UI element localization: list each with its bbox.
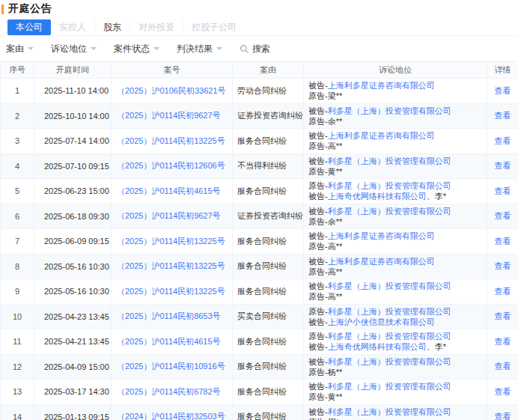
case-number-link[interactable]: （2025）沪0114民初6782号 xyxy=(117,387,221,396)
filter-label: 案由 xyxy=(6,43,24,55)
tab-对外投资[interactable]: 对外投资 xyxy=(130,19,183,35)
case-number-cell: （2025）沪0114民初4615号 xyxy=(112,179,233,204)
party-role: 被告- xyxy=(308,257,328,266)
case-cause-cell: 证券投资咨询纠纷 xyxy=(233,103,304,129)
party-line: 原告-周* xyxy=(308,417,484,420)
party-name[interactable]: 上海利多星证券咨询有限公司 xyxy=(328,131,435,140)
case-number-link[interactable]: （2025）沪0114民初13225号 xyxy=(117,136,225,145)
view-detail-link[interactable]: 查看 xyxy=(495,261,511,270)
litigation-parties-cell: 被告-利多星（上海）投资管理有限公司原告-黄** xyxy=(304,153,487,179)
party-role: 原告- xyxy=(308,167,328,176)
view-detail-link[interactable]: 查看 xyxy=(495,287,511,296)
tab-本公司[interactable]: 本公司 xyxy=(7,19,51,35)
party-name[interactable]: 利多星（上海）投资管理有限公司 xyxy=(328,106,451,115)
case-number-link[interactable]: （2025）沪0114民初12606号 xyxy=(117,161,225,170)
case-number-link[interactable]: （2025）沪0114民初13225号 xyxy=(117,287,225,296)
row-index-cell: 5 xyxy=(1,179,34,204)
case-number-cell: （2024）沪0114民初32503号 xyxy=(112,404,233,420)
row-index-cell: 8 xyxy=(1,254,34,279)
chevron-down-icon xyxy=(153,47,159,53)
party-line: 被告-上海利多星证券咨询有限公司 xyxy=(308,231,484,241)
search-button[interactable]: 搜索 xyxy=(240,43,270,55)
row-index-cell: 11 xyxy=(1,329,34,355)
party-name[interactable]: 利多星（上海）投资管理有限公司 xyxy=(328,382,451,391)
party-name[interactable]: 上海沪小侠信息技术有限公司 xyxy=(328,317,435,326)
view-detail-link[interactable]: 查看 xyxy=(495,86,511,95)
column-header: 诉讼地位 xyxy=(304,62,487,79)
party-name[interactable]: 上海奇优网络科技有限公司 xyxy=(328,192,427,201)
party-name[interactable]: 上海奇优网络科技有限公司 xyxy=(328,342,427,351)
party-name[interactable]: 利多星（上海）投资管理有限公司 xyxy=(328,357,451,366)
filter-label: 判决结果 xyxy=(177,43,213,55)
filter-dropdown-案由[interactable]: 案由 xyxy=(6,43,34,55)
party-role: 原告- xyxy=(308,217,328,226)
case-number-link[interactable]: （2025）沪0114民初9627号 xyxy=(117,211,221,220)
party-role: 被告- xyxy=(308,342,328,351)
view-detail-link[interactable]: 查看 xyxy=(495,337,511,346)
view-detail-link[interactable]: 查看 xyxy=(495,161,511,170)
party-name[interactable]: 利多星（上海）投资管理有限公司 xyxy=(328,407,451,416)
column-header: 案号 xyxy=(112,62,233,79)
party-line: 被告-上海利多星证券咨询有限公司 xyxy=(308,80,484,91)
view-detail-link[interactable]: 查看 xyxy=(495,412,511,420)
party-name[interactable]: 利多星（上海）投资管理有限公司 xyxy=(328,332,451,341)
page-title: 开庭公告 xyxy=(8,2,52,16)
case-number-link[interactable]: （2025）沪0106民初33621号 xyxy=(117,86,226,95)
view-detail-link[interactable]: 查看 xyxy=(495,362,511,371)
page-header: 开庭公告 xyxy=(0,1,518,16)
view-detail-link[interactable]: 查看 xyxy=(495,136,511,145)
hearing-time-cell: 2025-06-09 09:15 xyxy=(34,229,112,255)
case-number-cell: （2025）沪0114民初13225号 xyxy=(112,279,233,305)
case-number-link[interactable]: （2024）沪0114民初32503号 xyxy=(117,412,225,420)
case-number-link[interactable]: （2025）沪0114民初9627号 xyxy=(117,111,221,120)
filter-dropdown-诉讼地位[interactable]: 诉讼地位 xyxy=(51,43,97,55)
litigation-parties-cell: 被告-利多星（上海）投资管理有限公司原告-余** xyxy=(304,103,487,129)
litigation-parties-cell: 被告-上海利多星证券咨询有限公司原告-高** xyxy=(304,229,487,255)
view-detail-link[interactable]: 查看 xyxy=(495,211,511,220)
case-number-link[interactable]: （2025）沪0114民初4615号 xyxy=(117,186,221,195)
case-number-link[interactable]: （2025）沪0114民初13225号 xyxy=(117,261,225,270)
party-name[interactable]: 利多星（上海）投资管理有限公司 xyxy=(328,156,451,165)
filter-dropdown-判决结果[interactable]: 判决结果 xyxy=(177,43,222,55)
detail-cell: 查看 xyxy=(487,103,518,129)
party-name[interactable]: 上海利多星证券咨询有限公司 xyxy=(328,257,435,266)
tab-实控人[interactable]: 实控人 xyxy=(51,19,95,35)
row-index-cell: 14 xyxy=(1,404,34,420)
court-announcement-page: 开庭公告 本公司实控人股东对外投资控股子公司 案由诉讼地位案件状态判决结果 搜索… xyxy=(0,1,518,420)
case-number-cell: （2025）沪0114民初6782号 xyxy=(112,380,233,405)
hearing-time-cell: 2025-05-16 10:30 xyxy=(34,254,112,279)
view-detail-link[interactable]: 查看 xyxy=(495,387,511,396)
party-name[interactable]: 利多星（上海）投资管理有限公司 xyxy=(328,207,451,216)
party-line: 被告-利多星（上海）投资管理有限公司 xyxy=(308,356,484,367)
search-label: 搜索 xyxy=(252,43,270,55)
hearing-time-cell: 2025-05-16 10:30 xyxy=(34,279,112,305)
case-number-cell: （2025）沪0114民初4615号 xyxy=(112,329,233,355)
party-role: 被告- xyxy=(308,131,328,140)
party-line: 原告-杨** xyxy=(308,367,484,377)
party-role: 被告- xyxy=(308,407,328,416)
case-number-link[interactable]: （2025）沪0114民初10916号 xyxy=(117,362,225,371)
party-name: 余** xyxy=(328,217,343,226)
litigation-parties-cell: 原告-利多星（上海）投资管理有限公司被告-上海奇优网络科技有限公司、李* xyxy=(304,179,487,204)
case-number-link[interactable]: （2025）沪0114民初13225号 xyxy=(117,237,225,246)
tab-控股子公司[interactable]: 控股子公司 xyxy=(183,19,245,35)
party-name[interactable]: 上海利多星证券咨询有限公司 xyxy=(328,81,435,90)
party-role: 原告- xyxy=(308,292,328,301)
row-index-cell: 7 xyxy=(1,229,34,255)
party-role: 原告- xyxy=(308,141,328,150)
case-number-link[interactable]: （2025）沪0114民初4615号 xyxy=(117,337,221,346)
tab-股东[interactable]: 股东 xyxy=(95,19,130,35)
filter-dropdown-案件状态[interactable]: 案件状态 xyxy=(114,43,159,55)
view-detail-link[interactable]: 查看 xyxy=(495,237,511,246)
view-detail-link[interactable]: 查看 xyxy=(495,111,511,120)
party-name[interactable]: 利多星（上海）投资管理有限公司 xyxy=(328,281,451,290)
party-role: 原告- xyxy=(308,307,328,316)
case-number-link[interactable]: （2025）沪0114民初8653号 xyxy=(117,311,221,320)
party-name[interactable]: 利多星（上海）投资管理有限公司 xyxy=(328,307,451,316)
view-detail-link[interactable]: 查看 xyxy=(495,186,511,195)
party-name: 高** xyxy=(328,292,343,301)
party-name[interactable]: 上海利多星证券咨询有限公司 xyxy=(328,231,435,240)
view-detail-link[interactable]: 查看 xyxy=(495,311,511,320)
party-line: 被告-上海利多星证券咨询有限公司 xyxy=(308,130,484,141)
party-name[interactable]: 利多星（上海）投资管理有限公司 xyxy=(328,181,451,190)
